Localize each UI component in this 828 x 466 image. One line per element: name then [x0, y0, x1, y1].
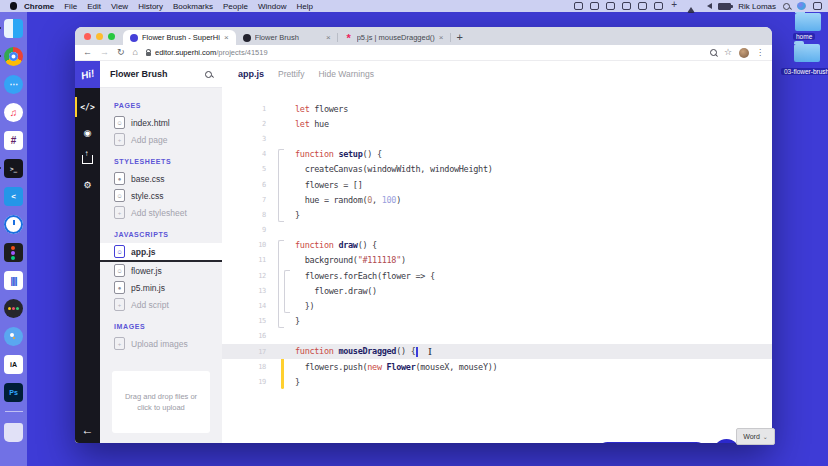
menu-item-people[interactable]: People [223, 2, 248, 11]
code-line-17[interactable]: 17function mouseDragged() { [222, 344, 772, 359]
dock-item-music[interactable]: ♫ [4, 103, 23, 122]
code-line-2[interactable]: 2let hue [222, 116, 772, 131]
code-line-4[interactable]: 4function setup() { [222, 147, 772, 162]
apple-menu-icon[interactable] [10, 2, 17, 10]
desktop-folder-icon[interactable] [795, 13, 821, 31]
code-line-19[interactable]: 19} [222, 374, 772, 389]
code-line-3[interactable]: 3 [222, 131, 772, 146]
file-search-icon[interactable] [205, 71, 212, 78]
code-line-15[interactable]: 15} [222, 314, 772, 329]
menu-item-file[interactable]: File [64, 2, 77, 11]
profile-avatar[interactable] [739, 48, 749, 58]
dock-item-twitterrific[interactable] [4, 327, 23, 346]
file-item-add-page[interactable]: +Add page [100, 131, 222, 148]
back-button[interactable]: ← [83, 48, 92, 57]
menu-user-name[interactable]: Rik Lomas [738, 2, 776, 11]
home-button[interactable]: ⌂ [133, 48, 138, 57]
file-item-index.html[interactable]: ☺index.html [100, 114, 222, 131]
code-pane[interactable]: 1let flowers2let hue34function setup() {… [222, 87, 772, 443]
menu-item-help[interactable]: Help [296, 2, 312, 11]
tool-settings-button[interactable]: ⚙ [75, 172, 100, 198]
zoom-page-icon[interactable] [710, 49, 717, 56]
ask-question-button[interactable]: Ask a question [597, 442, 707, 443]
dock-item-slack[interactable]: # [4, 131, 23, 150]
reload-button[interactable]: ↻ [117, 48, 125, 57]
file-item-base.css[interactable]: ●base.css [100, 170, 222, 187]
file-item-flower.js[interactable]: ☺flower.js [100, 262, 222, 279]
code-line-16[interactable]: 16 [222, 329, 772, 344]
code-line-13[interactable]: 13 flower.draw() [222, 283, 772, 298]
code-line-12[interactable]: 12 flowers.forEach(flower => { [222, 268, 772, 283]
browser-tab-1[interactable]: Flower Brush - SuperHi× [123, 30, 236, 45]
browser-tab-2[interactable]: Flower Brush× [236, 30, 338, 45]
tool-share-button[interactable] [75, 146, 100, 172]
monitor-icon[interactable] [654, 2, 663, 10]
zoom-window-button[interactable] [108, 33, 115, 40]
display-icon[interactable] [574, 2, 583, 10]
code-line-10[interactable]: 10function draw() { [222, 238, 772, 253]
settings-icon[interactable] [590, 2, 599, 10]
new-tab-button[interactable]: + [451, 31, 471, 45]
image-dropzone[interactable]: Drag and drop files or click to upload [112, 371, 210, 433]
menu-item-chrome[interactable]: Chrome [24, 2, 54, 11]
code-line-8[interactable]: 8} [222, 207, 772, 222]
word-dropdown-fragment[interactable]: Word⌄ [736, 428, 775, 445]
dock-item-vscode[interactable]: < [4, 187, 23, 206]
clock-icon[interactable] [622, 2, 631, 10]
tab-close-icon[interactable]: × [439, 33, 444, 42]
dock-item-photoshop[interactable]: Ps [4, 383, 23, 402]
menu-item-window[interactable]: Window [258, 2, 286, 11]
close-window-button[interactable] [84, 33, 91, 40]
browser-tab-3[interactable]: *p5.js | mouseDragged()× [338, 30, 451, 45]
dock-item-messages[interactable]: ⋯ [4, 75, 23, 94]
minimize-window-button[interactable] [96, 33, 103, 40]
url-field[interactable]: editor.superhi.com/projects/41519 [146, 48, 702, 57]
tool-preview-button[interactable]: ◉ [75, 120, 100, 146]
code-line-14[interactable]: 14 }) [222, 298, 772, 313]
back-to-dashboard-button[interactable]: ← [75, 423, 100, 437]
code-line-11[interactable]: 11 background("#111118") [222, 253, 772, 268]
menu-item-view[interactable]: View [111, 2, 128, 11]
volume-icon[interactable] [702, 2, 711, 10]
browser-menu-icon[interactable]: ⋮ [756, 49, 764, 57]
file-item-upload-images[interactable]: +Upload images [100, 335, 222, 352]
plus-icon[interactable] [670, 2, 679, 10]
dock-item-chrome[interactable] [4, 47, 23, 66]
dropbox-icon[interactable] [606, 2, 615, 10]
code-line-5[interactable]: 5 createCanvas(windowWidth, windowHeight… [222, 162, 772, 177]
dock-item-terminal[interactable]: >_ [4, 159, 23, 178]
siri-icon[interactable] [797, 2, 806, 10]
menu-item-bookmarks[interactable]: Bookmarks [173, 2, 213, 11]
file-item-add-stylesheet[interactable]: +Add stylesheet [100, 204, 222, 221]
dock-item-figma[interactable] [4, 243, 23, 262]
control-center-icon[interactable] [813, 2, 822, 10]
cursor-icon[interactable] [638, 2, 647, 10]
forward-button[interactable]: → [100, 48, 109, 57]
file-item-app.js[interactable]: ☺app.js [100, 243, 222, 262]
wifi-icon[interactable] [686, 2, 695, 10]
dock-item-finder[interactable] [4, 19, 23, 38]
bookmark-star-icon[interactable]: ☆ [724, 48, 732, 57]
dock-item-stickers[interactable] [4, 299, 23, 318]
file-item-style.css[interactable]: ☺style.css [100, 187, 222, 204]
action-prettify[interactable]: Prettify [278, 69, 304, 79]
action-hide-warnings[interactable]: Hide Warnings [318, 69, 373, 79]
battery-icon[interactable] [718, 2, 727, 10]
tab-close-icon[interactable]: × [326, 33, 331, 42]
code-line-9[interactable]: 9 [222, 223, 772, 238]
desktop-folder-icon[interactable] [794, 44, 820, 62]
dock-item-clock[interactable] [4, 215, 23, 234]
file-item-p5.min.js[interactable]: ●p5.min.js [100, 279, 222, 296]
desktop-folder-label[interactable]: home [793, 33, 815, 40]
tab-close-icon[interactable]: × [224, 33, 229, 42]
code-line-18[interactable]: 18 flowers.push(new Flower(mouseX, mouse… [222, 359, 772, 374]
code-line-6[interactable]: 6 flowers = [] [222, 177, 772, 192]
code-line-1[interactable]: 1let flowers [222, 101, 772, 116]
dock-item-trash[interactable] [4, 423, 23, 442]
dock-item-ia-writer[interactable]: iA [4, 355, 23, 374]
dock-item-library[interactable]: |||| [4, 271, 23, 290]
menu-item-edit[interactable]: Edit [87, 2, 101, 11]
spotlight-search-icon[interactable] [783, 3, 790, 10]
tool-code-button[interactable]: </> [75, 94, 100, 120]
menu-item-history[interactable]: History [138, 2, 163, 11]
